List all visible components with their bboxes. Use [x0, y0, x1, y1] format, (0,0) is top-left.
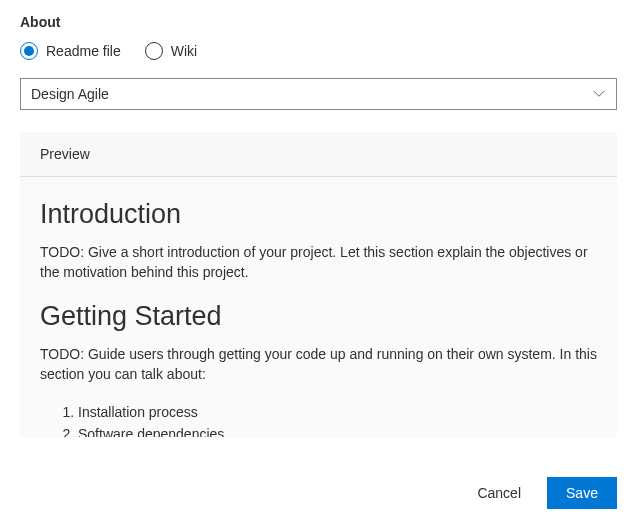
radio-unselected-icon — [145, 42, 163, 60]
preview-intro-body: TODO: Give a short introduction of your … — [40, 242, 597, 283]
chevron-down-icon — [592, 87, 606, 101]
cancel-button[interactable]: Cancel — [459, 477, 539, 509]
tab-preview[interactable]: Preview — [20, 132, 110, 176]
preview-heading-introduction: Introduction — [40, 199, 597, 230]
preview-tab-bar: Preview — [20, 132, 617, 177]
radio-selected-icon — [20, 42, 38, 60]
preview-panel: Preview Introduction TODO: Give a short … — [20, 132, 617, 437]
about-panel: About Readme file Wiki Design Agile Prev… — [0, 0, 637, 437]
list-item: Installation process — [78, 402, 597, 424]
list-item: Software dependencies — [78, 424, 597, 437]
radio-readme-file[interactable]: Readme file — [20, 42, 121, 60]
radio-readme-label: Readme file — [46, 43, 121, 59]
preview-getting-started-list: Installation process Software dependenci… — [78, 402, 597, 437]
radio-wiki-label: Wiki — [171, 43, 197, 59]
preview-heading-getting-started: Getting Started — [40, 301, 597, 332]
save-button[interactable]: Save — [547, 477, 617, 509]
dropdown-selected-value: Design Agile — [31, 86, 109, 102]
section-title: About — [20, 14, 617, 30]
about-source-radio-group: Readme file Wiki — [20, 42, 617, 60]
dialog-footer: Cancel Save — [459, 477, 617, 509]
readme-source-dropdown[interactable]: Design Agile — [20, 78, 617, 110]
preview-getting-started-body: TODO: Guide users through getting your c… — [40, 344, 597, 385]
radio-wiki[interactable]: Wiki — [145, 42, 197, 60]
preview-content: Introduction TODO: Give a short introduc… — [20, 177, 617, 437]
